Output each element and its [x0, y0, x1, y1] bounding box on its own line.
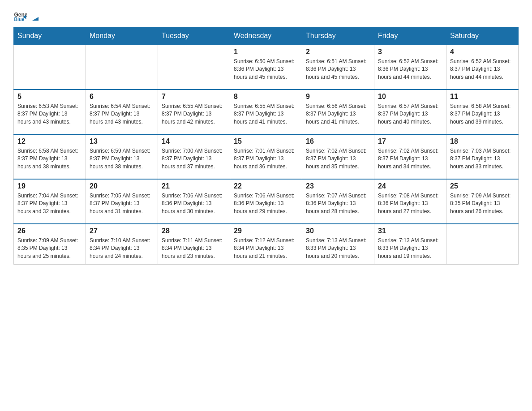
day-info: Sunrise: 7:07 AM Sunset: 8:36 PM Dayligh…: [306, 192, 370, 215]
day-header-thursday: Thursday: [302, 27, 374, 45]
day-number: 31: [378, 227, 442, 235]
logo: General Blue: [13, 9, 41, 22]
calendar-cell: [446, 224, 519, 264]
calendar-cell: 23Sunrise: 7:07 AM Sunset: 8:36 PM Dayli…: [302, 179, 374, 224]
day-info: Sunrise: 6:58 AM Sunset: 8:37 PM Dayligh…: [17, 147, 82, 171]
day-number: 7: [162, 93, 226, 101]
day-number: 17: [378, 137, 442, 146]
logo-icon: General Blue: [13, 9, 27, 22]
day-number: 29: [234, 227, 298, 235]
page-header: General Blue: [13, 9, 519, 22]
calendar-cell: 20Sunrise: 7:05 AM Sunset: 8:37 PM Dayli…: [86, 179, 158, 224]
calendar-header: SundayMondayTuesdayWednesdayThursdayFrid…: [14, 27, 519, 45]
day-number: 16: [306, 137, 370, 146]
day-info: Sunrise: 7:02 AM Sunset: 8:37 PM Dayligh…: [378, 147, 442, 171]
day-number: 24: [378, 182, 442, 190]
day-info: Sunrise: 6:54 AM Sunset: 8:37 PM Dayligh…: [90, 103, 154, 126]
day-number: 3: [378, 48, 442, 56]
calendar-cell: 27Sunrise: 7:10 AM Sunset: 8:34 PM Dayli…: [86, 224, 158, 264]
day-number: 27: [90, 227, 154, 235]
day-info: Sunrise: 7:04 AM Sunset: 8:37 PM Dayligh…: [17, 192, 82, 215]
day-number: 18: [450, 137, 515, 146]
day-info: Sunrise: 6:57 AM Sunset: 8:37 PM Dayligh…: [378, 103, 442, 126]
day-headers-row: SundayMondayTuesdayWednesdayThursdayFrid…: [14, 27, 519, 45]
day-number: 10: [378, 93, 442, 101]
day-header-monday: Monday: [86, 27, 158, 45]
calendar-cell: 10Sunrise: 6:57 AM Sunset: 8:37 PM Dayli…: [374, 90, 446, 134]
day-number: 8: [234, 93, 298, 101]
calendar-cell: [86, 45, 158, 90]
day-number: 4: [450, 48, 515, 56]
day-number: 28: [162, 227, 226, 235]
svg-marker-3: [32, 17, 39, 21]
calendar-cell: 30Sunrise: 7:13 AM Sunset: 8:33 PM Dayli…: [302, 224, 374, 264]
calendar-cell: 6Sunrise: 6:54 AM Sunset: 8:37 PM Daylig…: [86, 90, 158, 134]
day-header-wednesday: Wednesday: [230, 27, 302, 45]
calendar-cell: 4Sunrise: 6:52 AM Sunset: 8:37 PM Daylig…: [446, 45, 519, 90]
calendar-body: 1Sunrise: 6:50 AM Sunset: 8:36 PM Daylig…: [14, 45, 519, 264]
day-number: 13: [90, 137, 154, 146]
day-number: 9: [306, 93, 370, 101]
day-info: Sunrise: 6:58 AM Sunset: 8:37 PM Dayligh…: [450, 103, 515, 126]
day-header-saturday: Saturday: [446, 27, 519, 45]
day-number: 22: [234, 182, 298, 190]
day-info: Sunrise: 7:01 AM Sunset: 8:37 PM Dayligh…: [234, 147, 298, 171]
calendar-cell: 9Sunrise: 6:56 AM Sunset: 8:37 PM Daylig…: [302, 90, 374, 134]
calendar-cell: 8Sunrise: 6:55 AM Sunset: 8:37 PM Daylig…: [230, 90, 302, 134]
calendar-cell: 15Sunrise: 7:01 AM Sunset: 8:37 PM Dayli…: [230, 134, 302, 179]
day-number: 25: [450, 182, 515, 190]
calendar-cell: 18Sunrise: 7:03 AM Sunset: 8:37 PM Dayli…: [446, 134, 519, 179]
calendar-cell: 2Sunrise: 6:51 AM Sunset: 8:36 PM Daylig…: [302, 45, 374, 90]
day-number: 2: [306, 48, 370, 56]
day-number: 1: [234, 48, 298, 56]
day-number: 20: [90, 182, 154, 190]
day-info: Sunrise: 7:02 AM Sunset: 8:37 PM Dayligh…: [306, 147, 370, 171]
day-info: Sunrise: 7:00 AM Sunset: 8:37 PM Dayligh…: [162, 147, 226, 171]
day-info: Sunrise: 6:55 AM Sunset: 8:37 PM Dayligh…: [162, 103, 226, 126]
calendar-cell: 5Sunrise: 6:53 AM Sunset: 8:37 PM Daylig…: [14, 90, 86, 134]
day-info: Sunrise: 7:12 AM Sunset: 8:34 PM Dayligh…: [234, 237, 298, 260]
day-info: Sunrise: 6:56 AM Sunset: 8:37 PM Dayligh…: [306, 103, 370, 126]
calendar-cell: 29Sunrise: 7:12 AM Sunset: 8:34 PM Dayli…: [230, 224, 302, 264]
day-info: Sunrise: 6:59 AM Sunset: 8:37 PM Dayligh…: [90, 147, 154, 171]
calendar-week-4: 19Sunrise: 7:04 AM Sunset: 8:37 PM Dayli…: [14, 179, 519, 224]
calendar-cell: [14, 45, 86, 90]
calendar-cell: 17Sunrise: 7:02 AM Sunset: 8:37 PM Dayli…: [374, 134, 446, 179]
calendar-cell: 16Sunrise: 7:02 AM Sunset: 8:37 PM Dayli…: [302, 134, 374, 179]
day-info: Sunrise: 7:11 AM Sunset: 8:34 PM Dayligh…: [162, 237, 226, 260]
day-number: 19: [17, 182, 82, 190]
calendar-week-3: 12Sunrise: 6:58 AM Sunset: 8:37 PM Dayli…: [14, 134, 519, 179]
day-number: 12: [17, 137, 82, 146]
day-info: Sunrise: 6:52 AM Sunset: 8:36 PM Dayligh…: [378, 58, 442, 81]
calendar-cell: 24Sunrise: 7:08 AM Sunset: 8:36 PM Dayli…: [374, 179, 446, 224]
calendar-cell: 25Sunrise: 7:09 AM Sunset: 8:35 PM Dayli…: [446, 179, 519, 224]
day-info: Sunrise: 6:53 AM Sunset: 8:37 PM Dayligh…: [17, 103, 82, 126]
calendar-week-1: 1Sunrise: 6:50 AM Sunset: 8:36 PM Daylig…: [14, 45, 519, 90]
calendar-cell: 3Sunrise: 6:52 AM Sunset: 8:36 PM Daylig…: [374, 45, 446, 90]
day-info: Sunrise: 7:06 AM Sunset: 8:36 PM Dayligh…: [162, 192, 226, 215]
day-info: Sunrise: 7:10 AM Sunset: 8:34 PM Dayligh…: [90, 237, 154, 260]
day-number: 26: [17, 227, 82, 235]
day-info: Sunrise: 7:03 AM Sunset: 8:37 PM Dayligh…: [450, 147, 515, 171]
calendar-cell: 11Sunrise: 6:58 AM Sunset: 8:37 PM Dayli…: [446, 90, 519, 134]
calendar-cell: 1Sunrise: 6:50 AM Sunset: 8:36 PM Daylig…: [230, 45, 302, 90]
calendar-cell: 31Sunrise: 7:13 AM Sunset: 8:33 PM Dayli…: [374, 224, 446, 264]
day-number: 30: [306, 227, 370, 235]
day-info: Sunrise: 7:08 AM Sunset: 8:36 PM Dayligh…: [378, 192, 442, 215]
day-number: 11: [450, 93, 515, 101]
day-info: Sunrise: 7:09 AM Sunset: 8:35 PM Dayligh…: [17, 237, 82, 260]
day-info: Sunrise: 7:13 AM Sunset: 8:33 PM Dayligh…: [306, 237, 370, 260]
day-info: Sunrise: 6:52 AM Sunset: 8:37 PM Dayligh…: [450, 58, 515, 81]
day-info: Sunrise: 6:50 AM Sunset: 8:36 PM Dayligh…: [234, 58, 298, 81]
day-number: 23: [306, 182, 370, 190]
calendar-cell: 28Sunrise: 7:11 AM Sunset: 8:34 PM Dayli…: [158, 224, 230, 264]
calendar-week-5: 26Sunrise: 7:09 AM Sunset: 8:35 PM Dayli…: [14, 224, 519, 264]
day-info: Sunrise: 6:55 AM Sunset: 8:37 PM Dayligh…: [234, 103, 298, 126]
day-number: 6: [90, 93, 154, 101]
calendar-cell: 12Sunrise: 6:58 AM Sunset: 8:37 PM Dayli…: [14, 134, 86, 179]
calendar-cell: 22Sunrise: 7:06 AM Sunset: 8:36 PM Dayli…: [230, 179, 302, 224]
calendar-cell: 19Sunrise: 7:04 AM Sunset: 8:37 PM Dayli…: [14, 179, 86, 224]
day-number: 21: [162, 182, 226, 190]
day-header-friday: Friday: [374, 27, 446, 45]
calendar-week-2: 5Sunrise: 6:53 AM Sunset: 8:37 PM Daylig…: [14, 90, 519, 134]
